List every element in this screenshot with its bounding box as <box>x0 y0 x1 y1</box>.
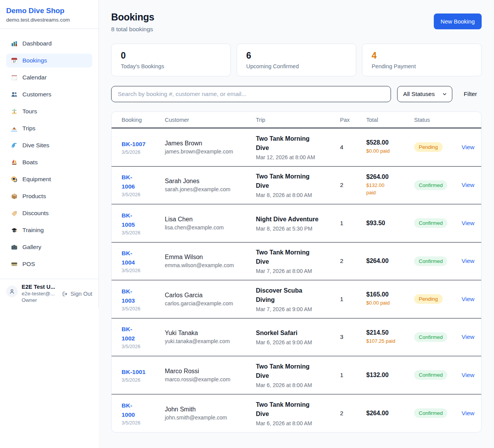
view-link[interactable]: View <box>462 333 474 340</box>
shop-name-link[interactable]: Demo Dive Shop <box>6 7 92 15</box>
sidebar-item-label: Dive Sites <box>22 142 49 149</box>
sidebar-item-trips[interactable]: Trips <box>6 121 92 135</box>
table-row: BK- 1006 3/5/2026 Sarah Jones sarah.jone… <box>112 167 481 205</box>
booking-date: 3/5/2026 <box>122 420 165 426</box>
status-cell: Confirmed <box>414 370 462 380</box>
user-role: Owner <box>22 297 55 303</box>
status-badge: Confirmed <box>414 408 447 418</box>
column-header-customer: Customer <box>165 117 256 123</box>
sidebar-item-customers[interactable]: Customers <box>6 88 92 101</box>
customer-email: james.brown@example.com <box>165 148 256 155</box>
trip-name: Discover Scuba Diving <box>256 286 340 305</box>
status-cell: Confirmed <box>414 332 462 342</box>
sidebar-item-dashboard[interactable]: Dashboard <box>6 37 92 51</box>
stat-label: Upcoming Confirmed <box>246 63 347 69</box>
trip-cell: Two Tank Morning Dive Mar 12, 2026 at 8:… <box>256 134 340 160</box>
total-amount: $93.50 <box>366 220 414 227</box>
view-link[interactable]: View <box>462 296 474 302</box>
customer-name: Marco Rossi <box>165 368 256 375</box>
calendar-icon <box>11 74 18 81</box>
paid-amount: $107.25 paid <box>366 338 414 345</box>
trip-datetime: Mar 6, 2026 at 8:00 AM <box>256 382 340 388</box>
user-email: e2e-tester@... <box>22 291 55 296</box>
trip-datetime: Mar 7, 2026 at 9:00 AM <box>256 306 340 312</box>
customer-email: carlos.garcia@example.com <box>165 300 256 307</box>
stats-row: 0 Today's Bookings 6 Upcoming Confirmed … <box>111 44 482 76</box>
status-cell: Confirmed <box>414 180 462 190</box>
view-link[interactable]: View <box>462 410 474 416</box>
sign-out-button[interactable]: Sign Out <box>62 290 92 297</box>
booking-number-link[interactable]: BK-1007 <box>122 140 165 149</box>
booking-number-link[interactable]: BK- 1002 <box>122 325 165 343</box>
total-cell: $132.00 <box>366 372 414 379</box>
trip-name: Two Tank Morning Dive <box>256 172 340 190</box>
customer-email: emma.wilson@example.com <box>165 262 256 268</box>
booking-number-link[interactable]: BK- 1005 <box>122 211 165 229</box>
view-link[interactable]: View <box>462 372 474 378</box>
filter-button[interactable]: Filter <box>464 91 477 98</box>
total-cell: $165.00 $0.00 paid <box>366 291 414 307</box>
sidebar-item-label: Calendar <box>22 74 47 81</box>
column-header-status: Status <box>414 117 462 123</box>
view-link[interactable]: View <box>462 258 474 264</box>
table-row: BK- 1005 3/5/2026 Lisa Chen lisa.chen@ex… <box>112 204 481 243</box>
trip-name: Two Tank Morning Dive <box>256 134 340 153</box>
paid-amount: $0.00 paid <box>366 148 414 155</box>
customer-name: John Smith <box>165 406 256 413</box>
customer-name: Sarah Jones <box>165 178 256 185</box>
avatar <box>6 286 18 297</box>
actions-cell: View <box>462 258 474 264</box>
sidebar-item-discounts[interactable]: Discounts <box>6 206 92 220</box>
products-icon <box>11 193 18 200</box>
booking-number-link[interactable]: BK- 1006 <box>122 173 165 191</box>
total-cell: $264.00 <box>366 258 414 264</box>
trip-datetime: Mar 6, 2026 at 8:00 AM <box>256 420 340 426</box>
search-input[interactable] <box>111 86 391 102</box>
sidebar-item-products[interactable]: Products <box>6 189 92 203</box>
page-subtitle: 8 total bookings <box>111 26 154 33</box>
trip-datetime: Mar 12, 2026 at 8:00 AM <box>256 154 340 160</box>
sidebar-item-label: Dashboard <box>22 40 52 47</box>
booking-number-link[interactable]: BK- 1003 <box>122 287 165 305</box>
chevron-down-icon <box>442 92 447 96</box>
view-link[interactable]: View <box>462 220 474 226</box>
view-link[interactable]: View <box>462 182 474 188</box>
sidebar-item-bookings[interactable]: 17 Bookings <box>6 54 92 67</box>
booking-number-link[interactable]: BK- 1000 <box>122 401 165 419</box>
actions-cell: View <box>462 182 474 189</box>
actions-cell: View <box>462 296 474 303</box>
bookings-table: Booking Customer Trip Pax Total Status B… <box>111 111 482 433</box>
booking-number-link[interactable]: BK-1001 <box>122 367 165 377</box>
total-cell: $264.00 $132.00 paid <box>366 173 414 197</box>
customer-email: yuki.tanaka@example.com <box>165 338 256 344</box>
view-link[interactable]: View <box>462 144 474 150</box>
sidebar-item-equipment[interactable]: Equipment <box>6 172 92 186</box>
sidebar-item-pos[interactable]: POS <box>6 257 92 271</box>
sidebar-item-gallery[interactable]: Gallery <box>6 240 92 254</box>
stat-value: 4 <box>372 51 472 61</box>
filter-row: All Statuses Filter <box>111 86 482 102</box>
booking-number-link[interactable]: BK- 1004 <box>122 249 165 267</box>
trip-cell: Two Tank Morning Dive Mar 6, 2026 at 8:0… <box>256 362 340 388</box>
customer-cell: Lisa Chen lisa.chen@example.com <box>165 216 256 231</box>
sidebar-item-label: Customers <box>22 91 51 98</box>
stat-card-pending-payment: 4 Pending Payment <box>362 44 482 76</box>
sidebar-item-dive-sites[interactable]: Dive Sites <box>6 138 92 152</box>
trip-cell: Two Tank Morning Dive Mar 8, 2026 at 8:0… <box>256 172 340 198</box>
sidebar-item-training[interactable]: Training <box>6 223 92 237</box>
status-select[interactable]: All Statuses <box>397 86 452 102</box>
new-booking-button[interactable]: New Booking <box>434 13 482 29</box>
svg-text:17: 17 <box>13 60 16 63</box>
column-header-booking: Booking <box>122 117 165 123</box>
sidebar-item-label: Training <box>22 227 44 234</box>
customer-name: Carlos Garcia <box>165 292 256 299</box>
sidebar-item-tours[interactable]: Tours <box>6 104 92 118</box>
customers-icon <box>11 91 18 98</box>
status-badge: Confirmed <box>414 332 447 342</box>
status-cell: Confirmed <box>414 408 462 418</box>
discounts-icon <box>11 210 18 217</box>
sidebar-item-boats[interactable]: Boats <box>6 155 92 169</box>
customer-cell: Emma Wilson emma.wilson@example.com <box>165 254 256 268</box>
pax-cell: 2 <box>340 258 366 264</box>
sidebar-item-calendar[interactable]: Calendar <box>6 71 92 84</box>
